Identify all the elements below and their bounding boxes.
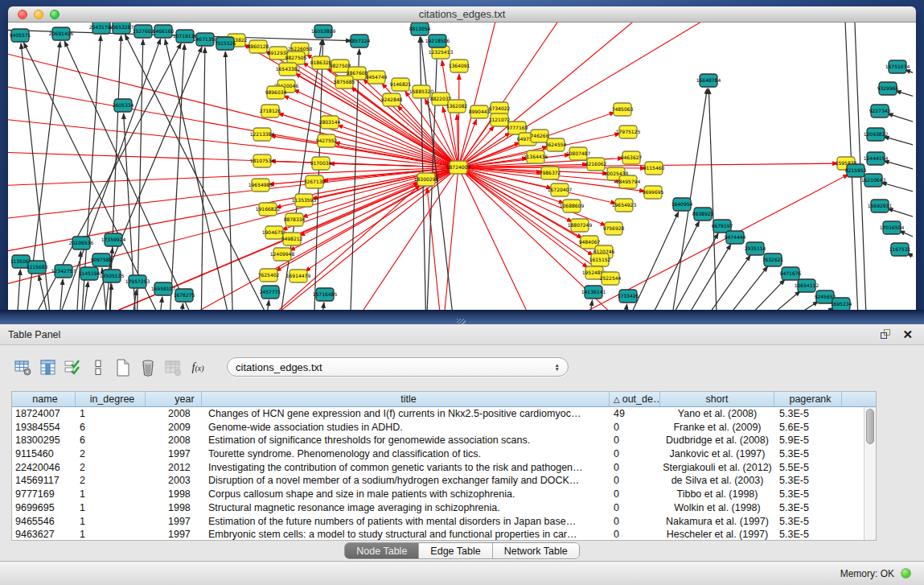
graph-node[interactable]: 14136141 bbox=[581, 286, 606, 299]
graph-node[interactable]: 10653287 bbox=[109, 23, 134, 34]
tab-node-table[interactable]: Node Table bbox=[345, 543, 419, 558]
graph-node[interactable]: 1695234 bbox=[831, 298, 852, 311]
graph-node[interactable]: 18724007 bbox=[446, 161, 471, 174]
select-rows-icon[interactable] bbox=[63, 357, 84, 378]
graph-node[interactable]: 16720407 bbox=[548, 183, 573, 196]
graph-node[interactable]: 15751074 bbox=[885, 60, 910, 73]
column-header-title[interactable]: title bbox=[202, 392, 610, 406]
table-panel-header[interactable]: Table Panel ✕ bbox=[0, 324, 924, 345]
graph-node[interactable]: 1615152 bbox=[589, 253, 611, 266]
network-view-canvas[interactable]: 1830029576638228860128891293425226058982… bbox=[8, 23, 916, 311]
graph-node[interactable]: 9146821 bbox=[390, 78, 412, 91]
graph-node[interactable]: 12213384 bbox=[250, 128, 275, 141]
graph-node[interactable]: 10688609 bbox=[560, 200, 585, 212]
column-header-out_de[interactable]: △out_de… bbox=[610, 392, 660, 406]
graph-node[interactable]: 7485063 bbox=[612, 103, 634, 116]
graph-node[interactable]: 8990443 bbox=[469, 105, 491, 118]
graph-node[interactable]: 7625402 bbox=[258, 269, 280, 282]
delete-column-icon[interactable] bbox=[138, 357, 158, 378]
graph-node[interactable]: 2522544 bbox=[600, 272, 622, 285]
graph-node[interactable]: 16053809 bbox=[311, 25, 336, 38]
graph-node[interactable]: 12409948 bbox=[270, 248, 295, 261]
graph-node[interactable]: 8938923 bbox=[692, 208, 714, 220]
graph-node[interactable]: 9242848 bbox=[381, 93, 403, 106]
graph-node[interactable]: 17957253 bbox=[125, 275, 150, 288]
table-settings-icon[interactable] bbox=[13, 357, 34, 378]
graph-node[interactable]: 18807249 bbox=[568, 219, 593, 232]
graph-node[interactable]: 6466160 bbox=[153, 25, 175, 38]
graph-node[interactable]: 12444154 bbox=[864, 152, 889, 165]
graph-node[interactable]: 9405571 bbox=[10, 29, 31, 42]
row-height-icon[interactable] bbox=[88, 357, 109, 378]
table-row[interactable]: 2242004622012Investigating the contribut… bbox=[12, 461, 876, 475]
graph-node[interactable]: 3857224 bbox=[349, 35, 371, 47]
graph-node[interactable]: 9498212 bbox=[281, 233, 303, 245]
graph-node[interactable]: 2457771 bbox=[260, 286, 281, 299]
graph-node[interactable]: 12093832 bbox=[864, 128, 889, 141]
graph-node[interactable]: 15692931 bbox=[868, 200, 893, 212]
table-row[interactable]: 946362711997Embryonic stem cells: a mode… bbox=[12, 528, 876, 541]
graph-node[interactable]: 1640954 bbox=[671, 198, 693, 211]
graph-node[interactable]: 1145194 bbox=[79, 267, 101, 280]
graph-node[interactable]: 17359924 bbox=[101, 233, 126, 246]
graph-node[interactable]: 19218506 bbox=[425, 35, 450, 47]
graph-node[interactable]: 9115460 bbox=[643, 162, 665, 175]
graph-node[interactable]: 10654112 bbox=[795, 279, 819, 292]
graph-node[interactable]: 2718126 bbox=[260, 105, 281, 117]
graph-node[interactable]: 20691406 bbox=[49, 27, 74, 40]
graph-node[interactable]: 9427552 bbox=[316, 134, 338, 147]
table-row[interactable]: 911546021997Tourette syndrome. Phenomeno… bbox=[12, 447, 876, 461]
graph-node[interactable]: 1733426 bbox=[618, 290, 639, 303]
node-table[interactable]: namein_degreeyeartitle△out_de…shortpager… bbox=[11, 391, 877, 541]
graph-node[interactable]: 1362082 bbox=[446, 100, 468, 113]
table-row[interactable]: 977716911998Corpus callosum shape and si… bbox=[12, 488, 876, 501]
column-header-pagerank[interactable]: pagerank bbox=[774, 392, 842, 406]
float-panel-icon[interactable] bbox=[881, 329, 891, 340]
column-header-short[interactable]: short bbox=[660, 392, 774, 406]
graph-node[interactable]: 18107534 bbox=[250, 154, 275, 167]
window-titlebar[interactable]: citations_edges.txt bbox=[8, 6, 916, 23]
graph-node[interactable]: 13505135 bbox=[100, 270, 125, 282]
graph-node[interactable]: 19654985 bbox=[248, 179, 273, 192]
graph-node[interactable]: 8813054 bbox=[409, 23, 431, 35]
table-row[interactable]: 946554611997Estimation of the future num… bbox=[12, 515, 876, 529]
table-row[interactable]: 1938455462009Genome-wide association stu… bbox=[12, 421, 876, 435]
graph-node[interactable]: 9896034 bbox=[265, 86, 287, 99]
column-header-name[interactable]: name bbox=[12, 392, 76, 406]
graph-node[interactable]: 9329966 bbox=[877, 82, 899, 95]
graph-node[interactable]: 3267130 bbox=[304, 175, 326, 188]
table-row[interactable]: 1456911722003Disruption of a novel membe… bbox=[12, 474, 876, 488]
network-table-select[interactable]: citations_edges.txt ▲▼ bbox=[227, 357, 569, 377]
graph-node[interactable]: 9474444 bbox=[725, 231, 746, 244]
graph-node[interactable]: 1678275 bbox=[174, 289, 195, 302]
graph-node[interactable]: 3624554 bbox=[545, 138, 567, 151]
graph-node[interactable]: 21364436 bbox=[524, 150, 548, 163]
tab-edge-table[interactable]: Edge Table bbox=[419, 543, 492, 558]
network-window[interactable]: citations_edges.txt 18300295766382288601… bbox=[8, 6, 916, 311]
graph-node[interactable]: 16210643 bbox=[861, 174, 886, 187]
graph-node[interactable]: 7986372 bbox=[540, 167, 561, 179]
graph-node[interactable]: 9097588 bbox=[91, 253, 113, 266]
graph-node[interactable]: 18495794 bbox=[616, 175, 641, 188]
close-panel-icon[interactable]: ✕ bbox=[902, 329, 913, 340]
graph-node[interactable]: 9227343 bbox=[869, 105, 891, 117]
graph-node[interactable]: 1364091 bbox=[449, 60, 470, 72]
graph-node[interactable]: 8860128 bbox=[248, 40, 269, 53]
graph-node[interactable]: 11353593 bbox=[292, 194, 317, 207]
graph-node[interactable]: 5875685 bbox=[334, 76, 355, 89]
graph-node[interactable]: 18300295 bbox=[414, 173, 439, 186]
graph-node[interactable]: 16958107 bbox=[151, 282, 176, 295]
graph-node[interactable]: 1115683 bbox=[27, 261, 48, 274]
column-header-year[interactable]: year bbox=[146, 392, 202, 406]
graph-node[interactable]: 7515526 bbox=[215, 37, 236, 50]
graph-node[interactable]: 9699695 bbox=[643, 186, 664, 199]
graph-node[interactable]: 7632621 bbox=[762, 253, 784, 266]
column-header-in_degree[interactable]: in_degree bbox=[76, 392, 146, 406]
graph-node[interactable]: 2935114 bbox=[745, 242, 766, 255]
function-builder-icon[interactable]: f(x) bbox=[187, 357, 208, 378]
table-row[interactable]: 969969511998Structural magnetic resonanc… bbox=[12, 501, 876, 515]
vertical-scrollbar[interactable] bbox=[864, 407, 876, 540]
graph-node[interactable]: 12342757 bbox=[51, 265, 76, 278]
graph-node[interactable]: 19654923 bbox=[612, 199, 637, 212]
tab-network-table[interactable]: Network Table bbox=[493, 543, 579, 558]
